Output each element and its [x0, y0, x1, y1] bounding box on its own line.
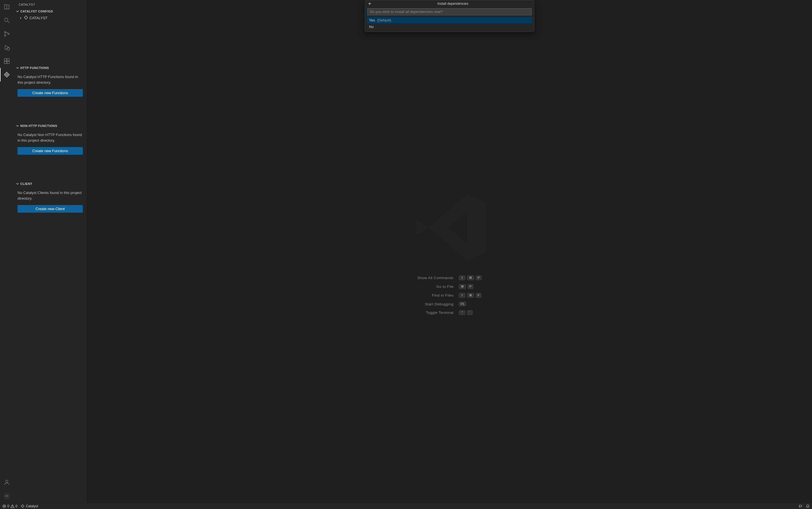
svg-rect-6	[7, 59, 9, 61]
sidebar-title: CATALYST	[13, 0, 87, 8]
shortcut-label: Start Debugging	[417, 302, 453, 306]
svg-point-0	[4, 18, 8, 22]
sidebar: CATALYST CATALYST CONFIGS CATALYST HTTP …	[13, 0, 87, 503]
section-http-functions[interactable]: HTTP FUNCTIONS	[13, 65, 87, 71]
shortcut-label: Show All Commands	[417, 276, 453, 280]
quickpick-input[interactable]	[367, 8, 532, 15]
accounts-icon[interactable]	[0, 476, 13, 489]
key: ⇧	[459, 293, 465, 298]
chevron-down-icon	[15, 124, 20, 128]
section-label: NON HTTP FUNCTIONS	[20, 124, 57, 128]
shortcut-label: Find in Files	[417, 293, 453, 298]
status-catalyst-label: Catalyst	[26, 504, 38, 508]
section-non-http-functions[interactable]: NON HTTP FUNCTIONS	[13, 123, 87, 129]
option-no-label: No	[369, 25, 374, 29]
http-empty-msg: No Catalyst HTTP Functions found in this…	[17, 74, 83, 85]
chevron-down-icon	[15, 181, 20, 186]
key: F5	[459, 302, 467, 306]
welcome-watermark: Show All Commands⇧⌘PGo to File⌘PFind in …	[410, 188, 489, 315]
key: F	[476, 293, 482, 298]
option-yes-hint: (Default)	[377, 18, 391, 22]
shortcut-label: Go to File	[417, 284, 453, 289]
error-icon	[2, 504, 6, 508]
section-catalyst-configs[interactable]: CATALYST CONFIGS	[13, 8, 87, 15]
search-icon[interactable]	[0, 13, 13, 27]
shortcut-label: Toggle Terminal	[417, 310, 453, 315]
shortcut-keys: ⇧⌘P	[459, 275, 482, 280]
svg-point-10	[6, 495, 8, 497]
client-empty-msg: No Catalyst Clients found in this projec…	[17, 190, 83, 201]
chevron-right-icon	[19, 17, 23, 20]
key: ⇧	[459, 275, 465, 280]
key: ⌘	[459, 284, 466, 289]
svg-point-1	[4, 32, 6, 33]
shortcut-keys: ⇧⌘F	[459, 293, 482, 298]
run-debug-icon[interactable]	[0, 41, 13, 54]
svg-rect-5	[4, 59, 6, 61]
create-http-functions-button[interactable]: Create new Functions	[17, 89, 83, 97]
key: ⌘	[467, 275, 474, 280]
shortcut-keys: ⌘P	[459, 284, 482, 289]
nonhttp-empty-msg: No Catalyst Non HTTP Functions found in …	[17, 132, 83, 143]
activity-bar	[0, 0, 13, 503]
status-notifications[interactable]	[806, 504, 810, 508]
project-node-catalyst[interactable]: CATALYST	[13, 15, 87, 21]
section-label: HTTP FUNCTIONS	[20, 66, 49, 70]
key: P	[468, 284, 474, 289]
editor-area: Install dependencies Yes (Default) No	[87, 0, 812, 503]
catalyst-icon[interactable]	[0, 68, 13, 81]
create-client-button[interactable]: Create new Client	[17, 205, 83, 213]
warning-count: 0	[15, 504, 17, 508]
warning-icon	[10, 504, 14, 508]
svg-rect-8	[7, 61, 9, 64]
explorer-icon[interactable]	[0, 0, 13, 13]
status-catalyst[interactable]: Catalyst	[21, 504, 38, 508]
section-label: CLIENT	[20, 182, 32, 185]
quickpick-dialog: Install dependencies Yes (Default) No	[365, 0, 534, 32]
status-problems[interactable]: 0 0	[2, 504, 17, 508]
shortcut-keys: ⌃`	[459, 310, 482, 315]
error-count: 0	[7, 504, 9, 508]
project-name: CATALYST	[29, 16, 47, 20]
create-nonhttp-functions-button[interactable]: Create new Functions	[17, 147, 83, 155]
svg-point-2	[4, 35, 6, 36]
vscode-logo-icon	[410, 188, 489, 267]
quickpick-title: Install dependencies	[374, 2, 532, 6]
bell-icon	[806, 504, 810, 508]
chevron-down-icon	[15, 66, 20, 70]
extensions-icon[interactable]	[0, 54, 13, 68]
catalyst-status-icon	[21, 504, 25, 508]
quickpick-option-yes[interactable]: Yes (Default)	[367, 17, 532, 24]
svg-rect-7	[4, 61, 6, 64]
feedback-icon	[799, 504, 802, 508]
key: P	[476, 275, 482, 280]
key: ⌘	[467, 293, 474, 298]
option-yes-label: Yes	[369, 18, 375, 22]
svg-point-9	[6, 480, 8, 482]
settings-gear-icon[interactable]	[0, 489, 13, 503]
project-icon	[24, 15, 28, 21]
source-control-icon[interactable]	[0, 27, 13, 41]
section-client[interactable]: CLIENT	[13, 180, 87, 187]
back-arrow-icon[interactable]	[367, 1, 372, 6]
quickpick-option-no[interactable]: No	[367, 24, 532, 30]
key: `	[467, 310, 473, 315]
chevron-down-icon	[15, 9, 20, 13]
section-label: CATALYST CONFIGS	[20, 10, 53, 13]
status-bar: 0 0 Catalyst	[0, 503, 812, 509]
shortcut-keys: F5	[459, 302, 482, 306]
key: ⌃	[459, 310, 465, 315]
status-feedback[interactable]	[799, 504, 802, 508]
